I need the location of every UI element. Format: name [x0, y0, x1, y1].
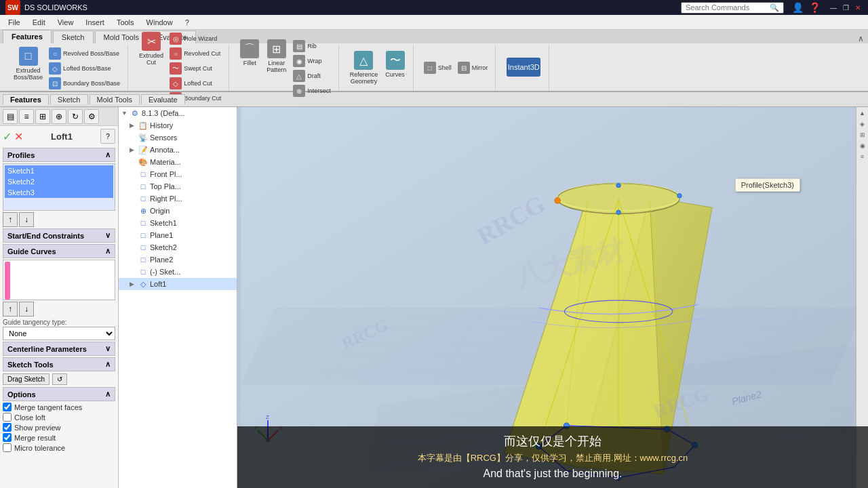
- loft-cancel-button[interactable]: ✕: [14, 130, 23, 143]
- tree-origin[interactable]: ⊕ Origin: [119, 205, 237, 217]
- sketch-reset-button[interactable]: ↺: [52, 373, 67, 385]
- rib-button[interactable]: ▤ Rib: [291, 39, 333, 53]
- linear-pattern-button[interactable]: ⊞ LinearPattern: [264, 38, 289, 98]
- loft-help-button[interactable]: ?: [100, 129, 115, 144]
- mirror-button[interactable]: ⊟ Mirror: [456, 61, 490, 75]
- micro-tolerance-checkbox[interactable]: [3, 443, 12, 452]
- drag-sketch-button[interactable]: Drag Sketch: [3, 373, 50, 385]
- guide-curves-list[interactable]: [3, 260, 115, 300]
- menu-edit[interactable]: Edit: [27, 17, 51, 28]
- profiles-section-header[interactable]: Profiles ∧: [3, 148, 115, 162]
- instant3d-button[interactable]: Instant3D: [504, 56, 543, 79]
- tree-sensors-icon: 📡: [138, 133, 148, 142]
- 3d-viewport[interactable]: 🔎 ✋ ↻ ⬡ ⬜ ⊟ 💡 ⚙: [237, 107, 868, 488]
- profile-sketch2[interactable]: Sketch2: [5, 176, 113, 187]
- guide-curves-section-header[interactable]: Guide Curves ∧: [3, 244, 115, 258]
- wrap-button[interactable]: ◉ Wrap: [291, 54, 333, 68]
- restore-button[interactable]: ❐: [841, 3, 850, 12]
- intersect-button[interactable]: ⊕ Intersect: [291, 84, 333, 98]
- boundary-boss-button[interactable]: ⊡ Boundary Boss/Base: [47, 77, 122, 90]
- user-icon[interactable]: 👤: [792, 2, 804, 13]
- merge-tangent-checkbox[interactable]: [3, 403, 12, 411]
- tree-plane2-label: Plane2: [150, 256, 173, 264]
- swept-cut-button[interactable]: 〜 Swept Cut: [167, 62, 223, 75]
- extruded-boss-button[interactable]: □ ExtrudedBoss/Base: [11, 45, 45, 90]
- draft-button[interactable]: △ Draft: [291, 69, 333, 83]
- menu-view[interactable]: View: [52, 17, 79, 28]
- menu-insert[interactable]: Insert: [80, 17, 110, 28]
- tree-right-plane-icon: □: [138, 194, 148, 203]
- show-preview-checkbox[interactable]: [3, 423, 12, 432]
- profile-sketch1[interactable]: Sketch1: [5, 165, 113, 176]
- panel-settings-btn[interactable]: ⚙: [84, 109, 99, 124]
- minimize-button[interactable]: —: [829, 3, 838, 12]
- tree-front-plane[interactable]: □ Front Pl...: [119, 168, 237, 180]
- view-right-2[interactable]: ⊞: [858, 130, 867, 140]
- tab-evaluate-lower[interactable]: Evaluate: [141, 94, 185, 104]
- revolved-boss-button[interactable]: ○ Revolved Boss/Base: [47, 47, 122, 60]
- tab-sketch-lower[interactable]: Sketch: [50, 94, 88, 104]
- profile-move-up-button[interactable]: ↑: [3, 212, 18, 227]
- panel-search-btn[interactable]: ⊕: [52, 109, 66, 124]
- tree-plane1[interactable]: □ Plane1: [119, 229, 237, 241]
- tree-plane2[interactable]: □ Plane2: [119, 253, 237, 266]
- centerline-section-header[interactable]: Centerline Parameters ∨: [3, 342, 115, 356]
- tab-mold-tools-lower[interactable]: Mold Tools: [90, 94, 140, 104]
- guide-move-down-button[interactable]: ↓: [19, 302, 34, 317]
- curves-button[interactable]: 〜 Curves: [382, 49, 408, 86]
- guide-move-up-button[interactable]: ↑: [3, 302, 18, 317]
- tree-sketch2[interactable]: □ Sketch2: [119, 241, 237, 253]
- help-icon[interactable]: ❓: [809, 2, 821, 13]
- micro-tolerance-row: Micro tolerance: [3, 443, 115, 452]
- view-right-1[interactable]: ◈: [858, 119, 867, 129]
- tree-root[interactable]: ▼ ⚙ 8.1.3 (Defa...: [119, 107, 237, 119]
- menu-tools[interactable]: Tools: [111, 17, 140, 28]
- merge-result-checkbox[interactable]: [3, 433, 12, 442]
- tab-features[interactable]: Features: [3, 30, 52, 43]
- tab-sketch[interactable]: Sketch: [53, 30, 94, 43]
- ribbon-group-reference: △ ReferenceGeometry 〜 Curves: [342, 45, 414, 91]
- shell-button[interactable]: □ Shell: [422, 61, 454, 75]
- tree-material[interactable]: 🎨 Materia...: [119, 156, 237, 168]
- tree-sensors[interactable]: 📡 Sensors: [119, 131, 237, 144]
- guide-tangency-select[interactable]: None: [3, 327, 115, 340]
- close-loft-checkbox[interactable]: [3, 413, 12, 422]
- tab-features-lower[interactable]: Features: [3, 94, 49, 105]
- tree-annotations[interactable]: ▶ 📝 Annota...: [119, 144, 237, 156]
- panel-rotate-btn[interactable]: ↻: [68, 109, 83, 124]
- tree-right-plane[interactable]: □ Right Pl...: [119, 192, 237, 205]
- hole-wizard-button[interactable]: ◎ Hole Wizard: [167, 32, 223, 45]
- loft-ok-button[interactable]: ✓: [3, 130, 12, 143]
- search-box[interactable]: 🔍: [681, 2, 784, 14]
- view-right-4[interactable]: ≡: [858, 152, 867, 161]
- start-end-section-header[interactable]: Start/End Constraints ∨: [3, 228, 115, 243]
- revolved-cut-button[interactable]: ○ Revolved Cut: [167, 47, 223, 60]
- tree-history[interactable]: ▶ 📋 History: [119, 119, 237, 131]
- sketch-tools-section-header[interactable]: Sketch Tools ∧: [3, 357, 115, 371]
- search-input[interactable]: [686, 3, 767, 12]
- panel-grid-btn[interactable]: ⊞: [35, 109, 50, 124]
- lofted-boss-button[interactable]: ◇ Lofted Boss/Base: [47, 62, 122, 75]
- menu-help[interactable]: ?: [180, 17, 195, 28]
- panel-icon-btn[interactable]: ▤: [3, 109, 18, 124]
- options-section-header[interactable]: Options ∧: [3, 387, 115, 401]
- loft-title: Loft1: [51, 131, 73, 142]
- tree-top-plane[interactable]: □ Top Pla...: [119, 180, 237, 192]
- profile-move-down-button[interactable]: ↓: [19, 212, 34, 227]
- reference-geometry-button[interactable]: △ ReferenceGeometry: [347, 49, 381, 86]
- tree-sketch2-icon: □: [138, 243, 148, 252]
- close-button[interactable]: ✕: [853, 3, 863, 12]
- tree-sketch3-constrained[interactable]: □ (-) Sket...: [119, 266, 237, 278]
- tree-loft1[interactable]: ▶ ◇ Loft1: [119, 278, 237, 290]
- tree-sketch1[interactable]: □ Sketch1: [119, 217, 237, 229]
- profile-sketch3[interactable]: Sketch3: [5, 187, 113, 198]
- view-right-up-button[interactable]: ▲: [858, 108, 867, 118]
- panel-list-btn[interactable]: ≡: [19, 109, 34, 124]
- view-right-3[interactable]: ◉: [858, 141, 867, 150]
- menu-window[interactable]: Window: [141, 17, 178, 28]
- fillet-button[interactable]: ⌒ Fillet: [237, 38, 262, 98]
- menu-file[interactable]: File: [3, 17, 26, 28]
- profiles-list[interactable]: Sketch1 Sketch2 Sketch3: [3, 163, 115, 211]
- ribbon-collapse-icon[interactable]: ∧: [858, 34, 864, 43]
- lofted-cut-button[interactable]: ◇ Lofted Cut: [167, 77, 223, 90]
